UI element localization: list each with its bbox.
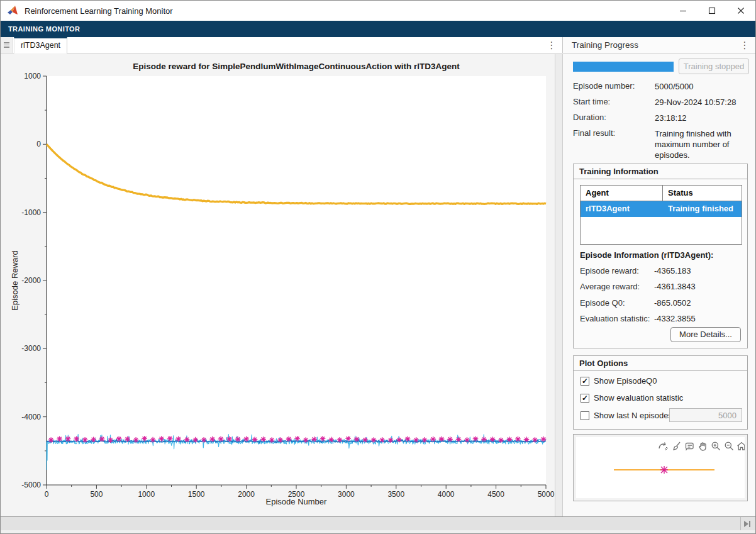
average-reward-label: Average reward: (580, 282, 654, 291)
training-information-title: Training Information (574, 164, 747, 179)
episode-reward-value: -4365.183 (654, 266, 691, 275)
evaluation-statistic-label: Evaluation statistic: (580, 314, 654, 323)
svg-text:Episode reward for SimplePendl: Episode reward for SimplePendlumWithImag… (133, 62, 460, 71)
svg-text:-4000: -4000 (21, 413, 41, 421)
panel-menu-icon[interactable]: ⋮ (739, 37, 750, 53)
duration-label: Duration: (573, 113, 655, 123)
final-result-row: Final result: Training finished with max… (573, 128, 749, 160)
svg-text:3500: 3500 (387, 490, 404, 499)
duration-row: Duration: 23:18:12 (573, 113, 749, 123)
progress-bar-fill (573, 62, 674, 72)
episode-q0-label: Episode Q0: (580, 298, 654, 308)
more-details-button[interactable]: More Details... (670, 327, 741, 342)
ribbon-tab-training-monitor[interactable]: TRAINING MONITOR (1, 21, 87, 37)
cell-status: Training finished (663, 201, 742, 217)
svg-text:500: 500 (90, 490, 103, 499)
maximize-button[interactable] (698, 1, 726, 21)
document-tab-strip: rlTD3Agent ⋮ (1, 37, 563, 53)
episode-reward-row: Episode reward: -4365.183 (580, 266, 742, 275)
svg-text:0: 0 (36, 140, 41, 148)
svg-text:3000: 3000 (338, 490, 355, 499)
svg-text:1000: 1000 (138, 490, 155, 499)
agent-status-table: Agent Status rlTD3Agent Training finishe… (580, 185, 742, 245)
svg-text:-2000: -2000 (21, 276, 41, 285)
document-area: 0500100015002000250030003500400045005000… (1, 54, 555, 516)
episode-reward-chart[interactable]: 0500100015002000250030003500400045005000… (1, 54, 555, 516)
export-icon[interactable] (659, 443, 668, 450)
pan-icon[interactable] (699, 443, 706, 450)
svg-text:1000: 1000 (24, 72, 41, 81)
show-last-n-episodes-label: Show last N episodes (594, 411, 672, 420)
bottom-bar (1, 516, 755, 530)
svg-text:0: 0 (45, 490, 49, 499)
last-n-episodes-input[interactable] (669, 408, 742, 422)
zoom-in-icon[interactable] (712, 442, 720, 450)
svg-text:-3000: -3000 (21, 344, 41, 353)
show-episodeq0-label: Show EpisodeQ0 (594, 376, 657, 386)
matlab-logo-icon (7, 5, 19, 16)
training-information-group: Training Information Agent Status rlTD3A… (573, 164, 748, 348)
svg-text:-5000: -5000 (21, 481, 41, 489)
show-episodeq0-checkbox[interactable]: ✓ (581, 377, 589, 386)
svg-text:2000: 2000 (238, 490, 255, 499)
overview-plot-group (573, 434, 748, 501)
show-last-n-episodes-checkbox[interactable] (581, 411, 589, 420)
show-evaluation-statistic-checkbox[interactable]: ✓ (581, 394, 589, 403)
final-result-label: Final result: (573, 128, 655, 160)
collapse-panel-icon[interactable] (743, 520, 752, 528)
episode-q0-value: -865.0502 (654, 298, 691, 308)
minimize-button[interactable] (669, 1, 698, 21)
episode-reward-label: Episode reward: (580, 266, 654, 275)
panel-header: Training Progress ⋮ (563, 37, 755, 53)
show-evaluation-statistic-label: Show evaluation statistic (594, 393, 683, 403)
training-progress-panel: Training stopped Episode number: 5000/50… (563, 54, 755, 516)
home-icon[interactable] (738, 443, 745, 450)
tab-strip: rlTD3Agent ⋮ Training Progress ⋮ (1, 37, 755, 53)
svg-text:-1000: -1000 (21, 208, 41, 217)
start-time-label: Start time: (573, 97, 655, 108)
zoom-out-icon[interactable] (725, 442, 733, 450)
svg-text:5000: 5000 (538, 490, 555, 499)
document-tabs-menu-icon[interactable]: ⋮ (546, 37, 557, 53)
plot-options-group: Plot Options ✓ Show EpisodeQ0 ✓ Show eva… (573, 355, 748, 430)
title-bar: Reinforcement Learning Training Monitor (1, 1, 755, 21)
app-window: Reinforcement Learning Training Monitor … (0, 0, 756, 534)
table-row[interactable]: rlTD3Agent Training finished (581, 201, 742, 217)
cell-agent: rlTD3Agent (581, 201, 663, 217)
svg-text:4500: 4500 (487, 490, 504, 499)
progress-bar (573, 62, 674, 72)
training-stopped-button[interactable]: Training stopped (679, 58, 749, 74)
final-result-value: Training finished with maximum number of… (655, 128, 749, 160)
episode-number-value: 5000/5000 (655, 81, 749, 92)
start-time-row: Start time: 29-Nov-2024 10:57:28 (573, 97, 749, 108)
table-header-row: Agent Status (581, 186, 742, 201)
panel-title: Training Progress (572, 37, 638, 53)
episode-information-title: Episode Information (rlTD3Agent): (580, 250, 713, 260)
evaluation-statistic-value: -4332.3855 (654, 314, 696, 323)
svg-text:Episode Reward: Episode Reward (10, 250, 19, 310)
episode-q0-row: Episode Q0: -865.0502 (580, 298, 742, 308)
evaluation-statistic-row: Evaluation statistic: -4332.3855 (580, 314, 742, 323)
ribbon: TRAINING MONITOR (1, 21, 755, 37)
svg-text:Episode Number: Episode Number (266, 497, 327, 506)
column-status: Status (663, 186, 742, 201)
svg-text:1500: 1500 (188, 490, 205, 499)
svg-text:4000: 4000 (438, 490, 455, 499)
datatips-icon[interactable] (686, 443, 694, 451)
tab-grip-icon[interactable] (1, 37, 13, 53)
tab-rltd3agent[interactable]: rlTD3Agent (14, 37, 67, 53)
window-title: Reinforcement Learning Training Monitor (25, 6, 173, 16)
column-agent: Agent (581, 186, 663, 201)
average-reward-value: -4361.3843 (654, 282, 696, 291)
average-reward-row: Average reward: -4361.3843 (580, 282, 742, 291)
overview-plot[interactable] (576, 437, 745, 498)
close-button[interactable] (726, 1, 755, 21)
episode-number-label: Episode number: (573, 81, 655, 92)
start-time-value: 29-Nov-2024 10:57:28 (655, 97, 749, 108)
overview-marker (660, 466, 668, 474)
duration-value: 23:18:12 (655, 113, 749, 123)
episode-number-row: Episode number: 5000/5000 (573, 81, 749, 92)
vertical-scrollbar[interactable] (555, 54, 563, 516)
horizontal-scrollbar[interactable] (1, 517, 740, 530)
brush-icon[interactable] (674, 442, 680, 450)
